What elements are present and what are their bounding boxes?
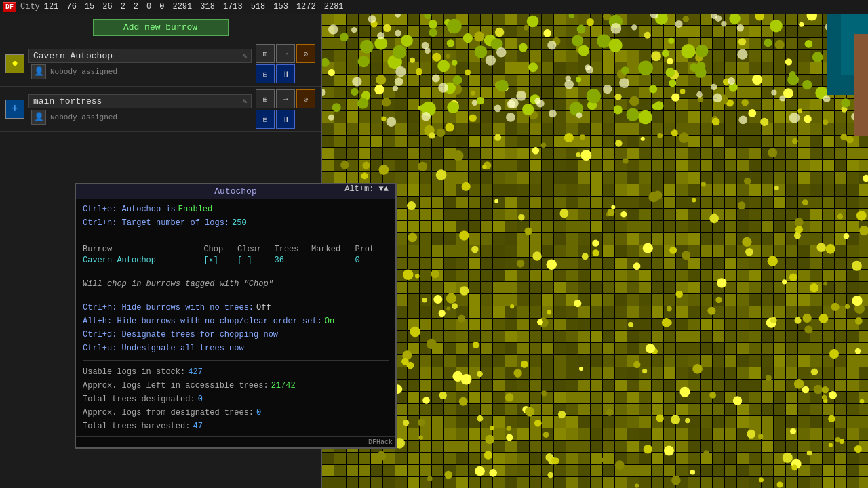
stat-4: 26 (102, 2, 112, 12)
ctrl-e-key: Ctrl+e: Autochop is (83, 205, 176, 214)
divider-4 (83, 360, 389, 361)
ctrl-row-top-1: ⊞ → ⊘ (256, 44, 315, 63)
alt-h-key: Alt+h: Hide burrows with no chop/clear o… (83, 317, 322, 326)
row1-burrow: Cavern Autochop (83, 256, 203, 265)
ctrl-h-val: Off (256, 303, 271, 312)
accessible-logs-label: Approx. logs left in accessible trees: (83, 381, 269, 390)
ac-table-header: Burrow Chop Clear Trees Marked Prot (83, 245, 389, 256)
ctrl-burrow-btn-1[interactable]: ⊟ (256, 64, 275, 83)
city-label: City (20, 2, 40, 12)
harvested-line: Total trees harvested: 47 (83, 422, 389, 431)
stat-2: 76 (66, 2, 76, 12)
stat-1: 121 (44, 2, 59, 12)
row1-chop: [x] (203, 256, 237, 265)
add-burrow-button[interactable]: Add new burrow (93, 19, 229, 36)
ctrl-e-line: Ctrl+e: Autochop is Enabled Alt+m: ▼▲ (83, 205, 389, 214)
ctrl-row-bot-1: ⊟ ⏸ (256, 64, 315, 83)
stat-8: 0 (159, 2, 164, 12)
ctrl-grid-btn-1[interactable]: ⊞ (256, 44, 275, 63)
alt-h-line: Alt+h: Hide burrows with no chop/clear o… (83, 317, 389, 326)
stat-15: 2281 (324, 2, 344, 12)
stat-10: 318 (200, 2, 215, 12)
stat-3: 15 (85, 2, 94, 12)
row1-clear: [ ] (237, 256, 275, 265)
stat-6: 2 (134, 2, 138, 12)
harvested-val: 47 (193, 422, 202, 431)
stat-14: 1272 (296, 2, 316, 12)
ac-note: Will chop in burrows tagged with "Chop" (83, 279, 389, 289)
ctrl-row-bot-2: ⊟ ⏸ (256, 110, 315, 129)
dwarf-icon-2: 👤 (31, 110, 46, 125)
divider-1 (83, 235, 389, 235)
ctrl-h-line: Ctrl+h: Hide burrows with no trees: Off (83, 303, 389, 312)
from-designated-label: Approx. logs from designated trees: (83, 408, 254, 418)
dfhack-label: DFHack (76, 436, 395, 447)
ctrl-n-line: Ctrl+n: Target number of logs: 250 (83, 218, 389, 228)
ctrl-pause-btn-1[interactable]: ⏸ (276, 64, 295, 83)
col-trees-hdr: Trees (275, 245, 312, 254)
ctrl-d-key: Ctrl+d: Designate trees for chopping now (83, 330, 278, 340)
ctrl-arrow-btn-2[interactable]: → (276, 89, 295, 108)
burrow-controls-1: ⊞ → ⊘ ⊟ ⏸ (256, 44, 315, 83)
burrow-controls-2: ⊞ → ⊘ ⊟ ⏸ (256, 89, 315, 129)
row1-trees: 36 (275, 256, 312, 265)
ctrl-burrow-btn-2[interactable]: ⊟ (256, 110, 275, 129)
autochop-panel: Autochop Ctrl+e: Autochop is Enabled Alt… (75, 183, 397, 449)
accessible-logs-val: 21742 (271, 381, 296, 390)
ctrl-row-top-2: ⊞ → ⊘ (256, 89, 315, 108)
ctrl-u-line: Ctrl+u: Undesignate all trees now (83, 344, 389, 353)
divider-3 (83, 296, 389, 296)
burrow-icon-2: + (5, 100, 24, 119)
divider-2 (83, 272, 389, 272)
feather-icon-2: ✎ (242, 97, 247, 106)
usable-logs-line: Usable logs in stock: 427 (83, 367, 389, 377)
burrow-assigned-1: 👤 Nobody assigned (28, 64, 252, 79)
col-chop-hdr: Chop (203, 245, 237, 254)
ctrl-pause-btn-2[interactable]: ⏸ (276, 110, 295, 129)
stat-5: 2 (121, 2, 125, 12)
ctrl-arrow-btn-1[interactable]: → (276, 44, 295, 63)
burrow-name-area-1: Cavern Autochop ✎ 👤 Nobody assigned (28, 49, 252, 79)
ctrl-u-key: Ctrl+u: Undesignate all trees now (83, 344, 244, 353)
accessible-logs-line: Approx. logs left in accessible trees: 2… (83, 381, 389, 390)
burrow-item-1: ● Cavern Autochop ✎ 👤 Nobody assigned ⊞ … (0, 41, 321, 87)
autochop-status: Enabled (178, 205, 212, 214)
burrow-name-2[interactable]: main fortress ✎ (28, 94, 252, 108)
burrow-name-area-2: main fortress ✎ 👤 Nobody assigned (28, 94, 252, 125)
ac-table-row-1[interactable]: Cavern Autochop [x] [ ] 36 0 (83, 256, 389, 265)
burrow-name-1[interactable]: Cavern Autochop ✎ (28, 49, 252, 63)
dwarf-icon-1: 👤 (31, 64, 46, 79)
target-logs-val: 250 (232, 218, 247, 228)
stat-12: 518 (251, 2, 266, 12)
ctrl-n-key: Ctrl+n: Target number of logs: (83, 218, 229, 228)
stat-row: 121 76 15 26 2 2 0 0 2291 318 1713 518 1… (44, 2, 344, 12)
top-bar: DF City 121 76 15 26 2 2 0 0 2291 318 17… (0, 0, 868, 14)
col-burrow-hdr: Burrow (83, 245, 203, 254)
df-logo: DF (3, 2, 16, 12)
autochop-body: Ctrl+e: Autochop is Enabled Alt+m: ▼▲ Ct… (76, 199, 395, 436)
designated-val: 0 (198, 394, 203, 404)
from-designated-val: 0 (256, 408, 261, 418)
ctrl-grid-btn-2[interactable]: ⊞ (256, 89, 275, 108)
alt-h-val: On (325, 317, 334, 326)
alt-m-indicator: Alt+m: ▼▲ (344, 184, 389, 194)
burrow-item-2: + main fortress ✎ 👤 Nobody assigned ⊞ → … (0, 87, 321, 132)
burrow-icon-1: ● (5, 54, 24, 73)
ctrl-cancel-btn-2[interactable]: ⊘ (296, 89, 315, 108)
stat-13: 153 (273, 2, 288, 12)
ctrl-d-line: Ctrl+d: Designate trees for chopping now (83, 330, 389, 340)
col-clear-hdr: Clear (237, 245, 275, 254)
stat-9: 2291 (172, 2, 192, 12)
harvested-label: Total trees harvested: (83, 422, 190, 431)
ctrl-cancel-btn-1[interactable]: ⊘ (296, 44, 315, 63)
col-prot-hdr: Prot (355, 245, 389, 254)
ctrl-h-key: Ctrl+h: Hide burrows with no trees: (83, 303, 254, 312)
stat-7: 0 (146, 2, 151, 12)
from-designated-line: Approx. logs from designated trees: 0 (83, 408, 389, 418)
stat-11: 1713 (223, 2, 243, 12)
col-marked-hdr: Marked (311, 245, 355, 254)
ac-table: Burrow Chop Clear Trees Marked Prot Cave… (83, 245, 389, 265)
designated-label: Total trees designated: (83, 394, 195, 404)
designated-line: Total trees designated: 0 (83, 394, 389, 404)
usable-logs-val: 427 (188, 367, 203, 377)
